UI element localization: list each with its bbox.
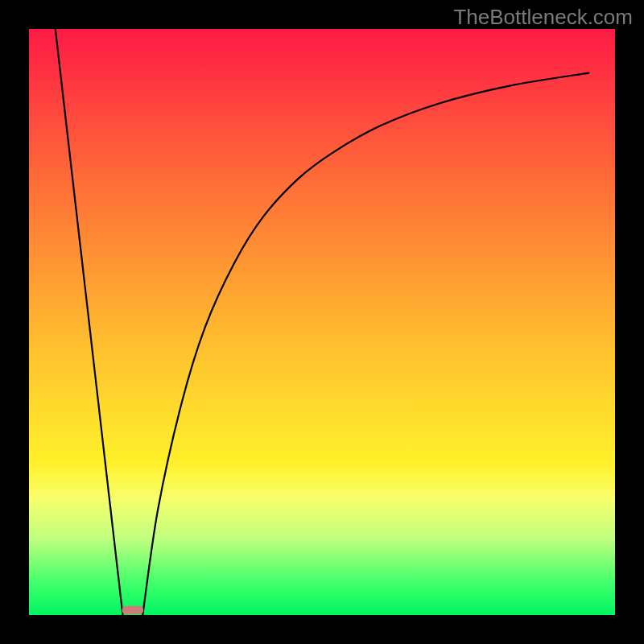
plot-area (29, 29, 615, 615)
minimum-marker (122, 606, 143, 614)
chart-svg (0, 0, 644, 644)
bottleneck-chart: TheBottleneck.com (0, 0, 644, 644)
svg-rect-0 (122, 606, 143, 614)
watermark-text: TheBottleneck.com (453, 5, 633, 30)
